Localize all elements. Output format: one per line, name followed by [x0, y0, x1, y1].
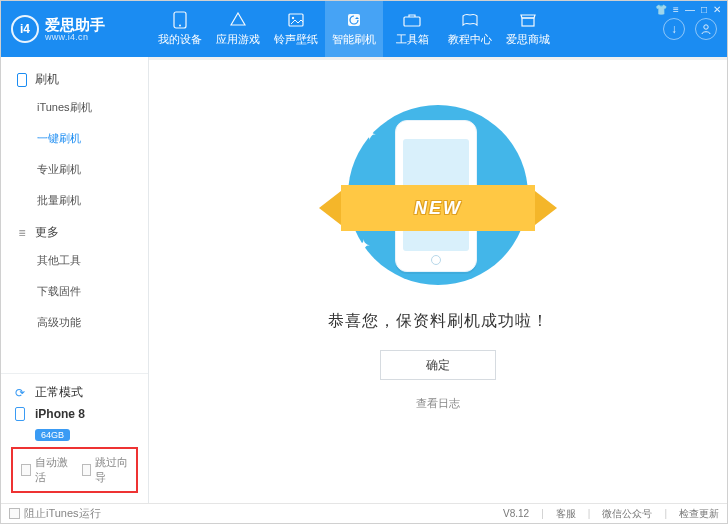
app-window: 👕 ≡ — □ ✕ i4 爱思助手 www.i4.cn 我的设备 应用游戏 铃声…	[0, 0, 728, 524]
nav-label: 爱思商城	[506, 32, 550, 47]
device-pane: ⟳正常模式 iPhone 8 64GB 自动激活 跳过向导	[1, 373, 148, 503]
nav-my-device[interactable]: 我的设备	[151, 1, 209, 57]
minimize-icon[interactable]: —	[685, 4, 695, 15]
sparkle-icon: ✦	[502, 120, 515, 139]
app-url: www.i4.cn	[45, 32, 105, 42]
checkbox-label: 阻止iTunes运行	[24, 506, 101, 521]
nav-toolbox[interactable]: 工具箱	[383, 1, 441, 57]
success-message: 恭喜您，保资料刷机成功啦！	[149, 311, 727, 332]
checkbox-skip-wizard[interactable]: 跳过向导	[82, 455, 129, 485]
nav-label: 教程中心	[448, 32, 492, 47]
close-icon[interactable]: ✕	[713, 4, 721, 15]
svg-rect-9	[16, 408, 25, 421]
new-ribbon: NEW	[313, 185, 563, 231]
checkbox-icon	[21, 464, 31, 476]
device-name-label: iPhone 8	[35, 407, 85, 421]
support-link[interactable]: 客服	[556, 507, 576, 521]
menu-icon[interactable]: ≡	[673, 4, 679, 15]
group-label: 更多	[35, 224, 59, 241]
ok-button[interactable]: 确定	[380, 350, 496, 380]
svg-rect-5	[404, 17, 420, 26]
checkbox-icon	[9, 508, 20, 519]
view-log-link[interactable]: 查看日志	[408, 396, 468, 411]
checkbox-auto-activate[interactable]: 自动激活	[21, 455, 68, 485]
list-icon: ≡	[15, 226, 29, 240]
sidebar-item-batch-flash[interactable]: 批量刷机	[1, 185, 148, 216]
success-illustration: ✦ ✦ ✦ NEW	[323, 100, 553, 295]
user-button[interactable]	[695, 18, 717, 40]
nav-tutorials[interactable]: 教程中心	[441, 1, 499, 57]
version-label: V8.12	[503, 508, 529, 519]
svg-point-1	[179, 25, 181, 27]
image-icon	[287, 11, 305, 29]
main-panel: ✦ ✦ ✦ NEW 恭喜您，保资料刷机成功啦！ 确定 查看日志	[149, 57, 727, 503]
checkbox-icon	[82, 464, 92, 476]
shirt-icon[interactable]: 👕	[655, 4, 667, 15]
sidebar: 刷机 iTunes刷机 一键刷机 专业刷机 批量刷机 ≡更多 其他工具 下载固件…	[1, 57, 149, 503]
sidebar-group-more: ≡更多	[1, 216, 148, 245]
checkbox-block-itunes[interactable]: 阻止iTunes运行	[9, 506, 101, 521]
content-area: 刷机 iTunes刷机 一键刷机 专业刷机 批量刷机 ≡更多 其他工具 下载固件…	[1, 57, 727, 503]
sidebar-item-oneclick-flash[interactable]: 一键刷机	[1, 123, 148, 154]
nav-label: 工具箱	[396, 32, 429, 47]
apps-icon	[229, 11, 247, 29]
book-icon	[461, 11, 479, 29]
phone-icon	[15, 73, 29, 87]
group-label: 刷机	[35, 71, 59, 88]
sidebar-group-flash: 刷机	[1, 63, 148, 92]
nav-label: 我的设备	[158, 32, 202, 47]
svg-rect-8	[18, 73, 27, 86]
phone-icon	[171, 11, 189, 29]
sidebar-item-other-tools[interactable]: 其他工具	[1, 245, 148, 276]
status-bar: 阻止iTunes运行 V8.12 | 客服 | 微信公众号 | 检查更新	[1, 503, 727, 523]
app-title: 爱思助手	[45, 17, 105, 32]
toolbox-icon	[403, 11, 421, 29]
sparkle-icon: ✦	[363, 125, 376, 144]
device-mode[interactable]: ⟳正常模式	[11, 384, 138, 401]
ribbon-text: NEW	[341, 185, 535, 231]
sidebar-item-pro-flash[interactable]: 专业刷机	[1, 154, 148, 185]
sidebar-item-download-firmware[interactable]: 下载固件	[1, 276, 148, 307]
logo: i4 爱思助手 www.i4.cn	[1, 15, 151, 43]
window-tools: 👕 ≡ — □ ✕	[655, 4, 721, 15]
svg-rect-6	[522, 18, 534, 26]
flash-icon	[345, 11, 363, 29]
download-button[interactable]: ↓	[663, 18, 685, 40]
device-capacity: 64GB	[35, 429, 70, 441]
highlighted-options: 自动激活 跳过向导	[11, 447, 138, 493]
title-bar: 👕 ≡ — □ ✕ i4 爱思助手 www.i4.cn 我的设备 应用游戏 铃声…	[1, 1, 727, 57]
logo-icon: i4	[11, 15, 39, 43]
sparkle-icon: ✦	[357, 236, 370, 255]
maximize-icon[interactable]: □	[701, 4, 707, 15]
nav-label: 智能刷机	[332, 32, 376, 47]
nav-store[interactable]: 爱思商城	[499, 1, 557, 57]
store-icon	[519, 11, 537, 29]
wechat-link[interactable]: 微信公众号	[602, 507, 652, 521]
device-name[interactable]: iPhone 8	[11, 407, 138, 421]
sidebar-item-itunes-flash[interactable]: iTunes刷机	[1, 92, 148, 123]
refresh-icon: ⟳	[11, 386, 29, 400]
nav-label: 应用游戏	[216, 32, 260, 47]
phone-icon	[11, 407, 29, 421]
svg-point-7	[704, 25, 708, 29]
svg-point-3	[292, 17, 294, 19]
main-nav: 我的设备 应用游戏 铃声壁纸 智能刷机 工具箱 教程中心 爱思商城	[151, 1, 663, 57]
nav-smart-flash[interactable]: 智能刷机	[325, 1, 383, 57]
nav-apps[interactable]: 应用游戏	[209, 1, 267, 57]
checkbox-label: 自动激活	[35, 455, 68, 485]
check-update-link[interactable]: 检查更新	[679, 507, 719, 521]
device-mode-label: 正常模式	[35, 384, 83, 401]
nav-label: 铃声壁纸	[274, 32, 318, 47]
nav-ringtones[interactable]: 铃声壁纸	[267, 1, 325, 57]
checkbox-label: 跳过向导	[95, 455, 128, 485]
sidebar-item-advanced[interactable]: 高级功能	[1, 307, 148, 338]
